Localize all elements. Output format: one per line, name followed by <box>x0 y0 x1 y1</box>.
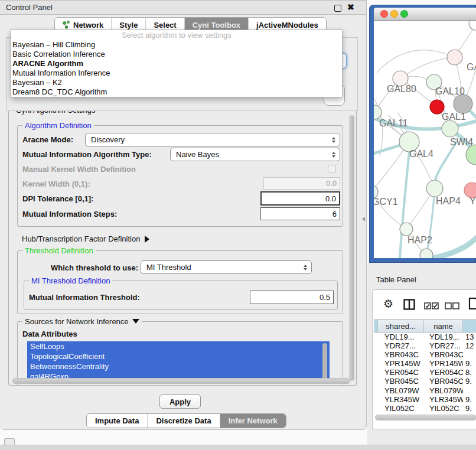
network-canvas[interactable]: GAL GAL80 GAL10 GAL1 GAL11 SWI4 GAL4 GCY… <box>374 21 476 258</box>
which-threshold-combobox[interactable]: MI Threshold <box>141 260 312 274</box>
cell-shared-name: YPR145W <box>379 359 424 368</box>
unchecked-boxes-icon <box>445 302 459 309</box>
data-attributes-list[interactable]: SelfLoops TopologicalCoefficient Between… <box>27 341 330 382</box>
aracne-mode-combobox[interactable]: Discovery <box>85 133 340 146</box>
close-icon[interactable]: ✖ <box>347 2 354 12</box>
tab-label: Cyni Toolbox <box>193 21 240 30</box>
table-horizontal-scrollbar[interactable] <box>375 415 476 420</box>
select-all-columns-button[interactable] <box>424 301 439 312</box>
sources-toggle[interactable]: Sources for Network Inference <box>22 317 142 326</box>
table-row[interactable]: YDL19...YDL19...13 <box>374 332 476 341</box>
node-unlabeled[interactable] <box>469 21 476 30</box>
settings-gear-button[interactable]: ⚙ <box>383 298 393 310</box>
column-selector-button[interactable] <box>403 299 415 312</box>
table-row[interactable]: YBL079WYBL079W <box>374 386 476 395</box>
table-row[interactable]: YBR045CYBR045C9. <box>374 377 476 386</box>
deselect-all-columns-button[interactable] <box>445 301 459 312</box>
cell-value: 9. <box>463 359 476 368</box>
table-row[interactable]: YPR145WYPR145W9. <box>374 359 476 368</box>
node-label: GCY1 <box>374 197 398 207</box>
new-table-button[interactable] <box>468 297 476 312</box>
control-panel-window: Control Panel ✖ Network Style Select Cyn… <box>0 0 367 430</box>
spinner-arrows-icon <box>332 152 335 158</box>
dropdown-item[interactable]: Mutual Information Inference <box>11 69 342 78</box>
cell-shared-name: YIL052C <box>379 404 424 413</box>
node-bottom-partial[interactable] <box>420 249 433 258</box>
zoom-traffic-light[interactable] <box>400 10 408 18</box>
float-window-icon[interactable] <box>334 5 341 12</box>
column-header-shared-name[interactable]: shared... <box>378 320 424 332</box>
column-header-partial[interactable] <box>463 320 476 332</box>
cell-value: 9. <box>463 377 476 386</box>
spinner-arrows-icon <box>304 265 307 270</box>
document-icon <box>468 297 476 310</box>
node-gal-partial[interactable] <box>447 50 462 65</box>
node-hap2[interactable] <box>400 223 413 236</box>
table-row[interactable]: YER054CYER054C8. <box>374 368 476 377</box>
cell-shared-name: YER054C <box>379 368 424 377</box>
dropdown-item-selected[interactable]: ARACNE Algorithm <box>11 59 342 69</box>
input-value: 0.0 <box>326 179 337 188</box>
apply-button[interactable]: Apply <box>159 394 201 409</box>
mi-threshold-definition-group: MI Threshold Definition Mutual Informati… <box>24 281 338 310</box>
mi-steps-input[interactable]: 6 <box>260 207 340 220</box>
node-label: GAL80 <box>387 84 416 94</box>
cell-value: 8. <box>463 368 476 377</box>
tab-impute-data[interactable]: Impute Data <box>87 414 148 428</box>
column-header-name[interactable]: name <box>424 320 463 332</box>
dropdown-item[interactable]: Bayesian – Hill Climbing <box>11 40 342 50</box>
dropdown-item[interactable]: Bayesian – K2 <box>11 78 342 87</box>
node-table: shared... name YDL19...YDL19...13 YDR27.… <box>374 319 476 413</box>
close-traffic-light[interactable] <box>380 10 388 18</box>
cell-shared-name: YLR345W <box>379 395 424 404</box>
mi-algorithm-type-combobox[interactable]: Naive Bayes <box>170 148 340 161</box>
gear-icon: ⚙ <box>383 298 393 310</box>
tab-infer-network[interactable]: Infer Network <box>220 414 286 428</box>
data-attributes-label: Data Attributes <box>22 330 77 338</box>
settings-vertical-scrollbar[interactable] <box>349 115 354 381</box>
network-view-window: GAL GAL80 GAL10 GAL1 GAL11 SWI4 GAL4 GCY… <box>369 5 476 263</box>
node-gal1[interactable] <box>442 120 458 137</box>
table-row[interactable]: YLR345WYLR345W9. <box>374 395 476 404</box>
minimize-traffic-light[interactable] <box>390 10 398 18</box>
tab-discretize-data[interactable]: Discretize Data <box>148 414 220 428</box>
cell-shared-name: YDR27... <box>379 341 424 350</box>
bottom-status-strip <box>0 445 476 450</box>
cell-name: YER054C <box>424 368 463 377</box>
list-item[interactable]: TopologicalCoefficient <box>27 351 330 361</box>
table-row[interactable]: YIL052CYIL052C9. <box>374 404 476 413</box>
table-row[interactable]: YBR043CYBR043C <box>374 350 476 359</box>
settings-horizontal-scrollbar[interactable] <box>12 378 350 384</box>
dropdown-item[interactable]: Basic Correlation Inference <box>11 50 342 59</box>
dropdown-item[interactable]: Dream8 DC_TDC Algorithm <box>11 87 342 97</box>
cell-name: YIL052C <box>424 404 463 413</box>
cell-value: 13 <box>463 332 476 341</box>
splitter-handle[interactable] <box>362 217 365 221</box>
list-vertical-scrollbar[interactable] <box>322 343 327 380</box>
row-header-column[interactable] <box>374 320 378 332</box>
input-value: 6 <box>332 210 337 219</box>
list-item[interactable]: SelfLoops <box>27 341 330 351</box>
control-panel-titlebar: Control Panel ✖ <box>0 1 366 15</box>
mi-threshold-input[interactable]: 0.5 <box>250 291 334 304</box>
dpi-tolerance-input[interactable]: 0.0 <box>260 191 340 206</box>
table-header-row: shared... name <box>374 319 476 332</box>
table-row[interactable]: YDR27...YDR27...12 <box>374 341 476 350</box>
node-swi4[interactable] <box>466 145 476 165</box>
cell-shared-name: YBR043C <box>379 350 424 359</box>
aracne-mode-label: Aracne Mode: <box>22 135 73 144</box>
manual-kernel-width-checkbox[interactable] <box>328 165 336 173</box>
cell-name: YBL079W <box>424 386 463 395</box>
expanded-arrow-icon <box>132 319 139 324</box>
node-hap4[interactable] <box>426 180 443 197</box>
list-item[interactable]: BetweennessCentrality <box>27 361 330 371</box>
node-gray[interactable] <box>454 94 472 113</box>
algorithm-dropdown-popup: Select algorithm to view settings Bayesi… <box>11 30 343 97</box>
tab-label: Network <box>73 21 103 30</box>
sources-group: Sources for Network Inference Data Attri… <box>17 321 343 386</box>
hub-definition-toggle[interactable]: Hub/Transcription Factor Definition <box>22 233 149 244</box>
table-panel-title: Table Panel <box>376 275 416 284</box>
cyni-bottom-tabbar: Impute Data Discretize Data Infer Networ… <box>86 413 286 428</box>
node-label: HAP2 <box>407 235 432 245</box>
cell-name: YDR27... <box>424 341 463 350</box>
